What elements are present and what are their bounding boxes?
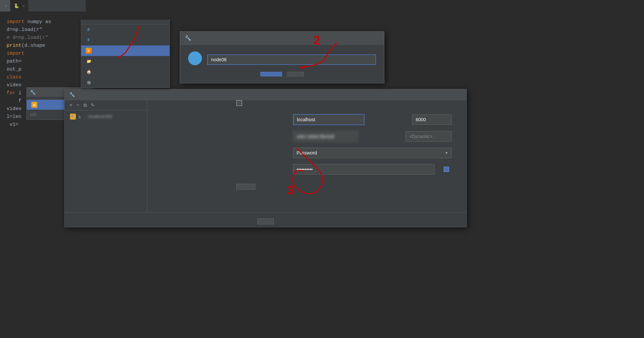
deploy-config-panel: 🔧 + − ⧉ ✎ 🔧 s ·····localhost:600 <box>64 89 467 227</box>
deploy-config-content: + − ⧉ ✎ 🔧 s ·····localhost:600 <box>65 100 467 212</box>
question-icon <box>188 51 202 65</box>
deploy-server-item-label: s <box>79 114 81 119</box>
deployment-placeholder-item: y20 <box>30 112 36 117</box>
auth-type-select[interactable]: Password Key pair OpenSSH config <box>293 148 452 158</box>
cancel-button[interactable] <box>287 72 304 76</box>
deploy-right-panel: Password Key pair OpenSSH config <box>230 100 458 212</box>
deploy-left-add-btn[interactable]: + <box>69 102 72 108</box>
deploy-left-copy-btn[interactable]: ⧉ <box>83 102 87 108</box>
deploy-left-edit-btn[interactable]: ✎ <box>91 102 95 108</box>
tab-bar: × 🐍 × <box>0 0 86 12</box>
username-row <box>236 131 452 142</box>
password-input[interactable] <box>293 164 435 175</box>
dropdown-local-folder[interactable]: 📁 <box>81 56 170 67</box>
password-row <box>236 164 452 175</box>
tab-md-close[interactable]: × <box>5 4 7 8</box>
test-connection-section <box>236 181 452 190</box>
create-server-dialog: 🔧 <box>180 31 384 83</box>
deploy-config-header: 🔧 <box>65 89 467 100</box>
dialog-title-content: 🔧 <box>185 35 194 41</box>
dialog-icon: 🔧 <box>185 35 191 41</box>
dropdown-ftp[interactable]: F <box>81 24 170 35</box>
auth-type-row: Password Key pair OpenSSH config <box>236 148 452 158</box>
servergroup-icon: ▦ <box>86 79 92 85</box>
tab-create-list-close[interactable]: × <box>22 4 24 8</box>
bottom-toolbar <box>65 212 467 227</box>
visible-only-checkbox[interactable] <box>236 100 242 106</box>
folder-icon: 📁 <box>86 58 92 64</box>
dialog-buttons <box>188 72 376 76</box>
host-input[interactable] <box>293 114 365 125</box>
save-password-checkbox[interactable] <box>444 167 449 172</box>
auth-type-select-wrapper: Password Key pair OpenSSH config <box>293 148 452 158</box>
deployment-icon: 🔧 <box>30 90 36 95</box>
bottom-test-connection-btn[interactable] <box>257 218 274 224</box>
server-name-input[interactable] <box>207 54 376 65</box>
dropdown-sftp[interactable]: S <box>81 45 170 56</box>
visible-only-row <box>236 100 452 106</box>
deploy-server-list: 🔧 s ·····localhost:600 <box>65 110 147 123</box>
server-type-dropdown: F F S 📁 🏠 ▦ <box>81 20 170 88</box>
port-input[interactable] <box>412 114 452 125</box>
dialog-body <box>180 45 384 83</box>
deploy-left-panel: + − ⧉ ✎ 🔧 s ·····localhost:600 <box>65 100 147 212</box>
dropdown-toolbar <box>81 20 170 24</box>
deploy-node-icon: 🔧 <box>70 114 76 120</box>
deploy-left-toolbar: + − ⧉ ✎ <box>65 100 147 110</box>
local-port-input[interactable] <box>405 131 452 142</box>
deploy-config-title: 🔧 <box>69 92 78 97</box>
dropdown-server-group[interactable]: ▦ <box>81 77 170 88</box>
username-input[interactable] <box>293 131 358 142</box>
host-row <box>236 114 452 125</box>
dropdown-ftps[interactable]: F <box>81 35 170 45</box>
sftp-icon: S <box>86 48 92 54</box>
dialog-input-row <box>188 51 376 65</box>
deploy-left-remove-btn[interactable]: − <box>76 102 79 108</box>
ftps-icon: F <box>86 37 92 43</box>
save-password-row <box>444 167 452 172</box>
node-icon: 🖥 <box>31 102 37 108</box>
dialog-title-bar: 🔧 <box>180 32 384 45</box>
deploy-config-icon: 🔧 <box>69 92 75 97</box>
tab-create-list[interactable]: 🐍 × <box>11 0 28 12</box>
test-connection-btn[interactable] <box>236 184 255 190</box>
deploy-server-item-addr: ·····localhost:600 <box>83 114 112 119</box>
dropdown-in-place[interactable]: 🏠 <box>81 67 170 77</box>
tab-md[interactable]: × <box>0 0 11 12</box>
ftp-icon: F <box>86 27 92 33</box>
deploy-server-item[interactable]: 🔧 s ·····localhost:600 <box>67 112 144 122</box>
ok-button[interactable] <box>260 72 282 76</box>
inplace-icon: 🏠 <box>86 69 92 75</box>
